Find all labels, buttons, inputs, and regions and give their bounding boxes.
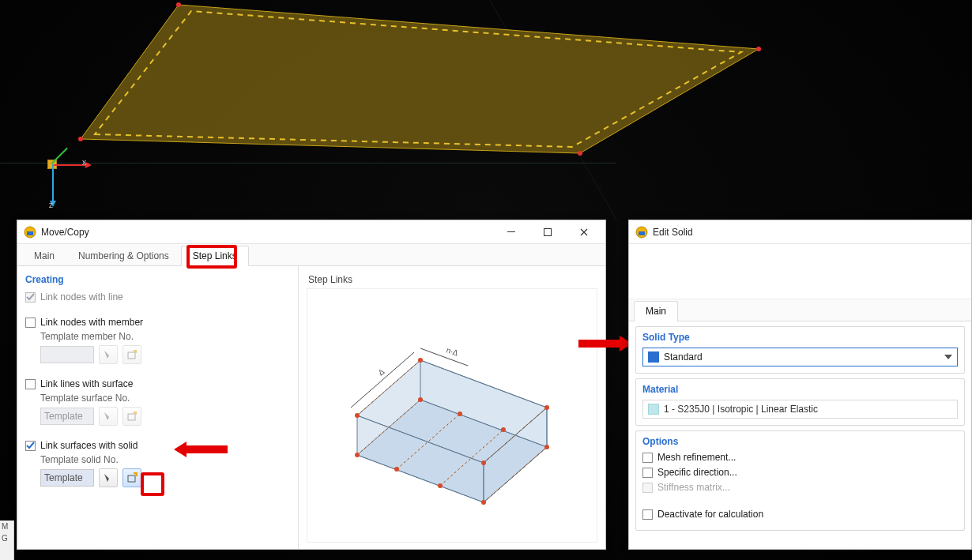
tab-numbering-options[interactable]: Numbering & Options (66, 246, 181, 266)
titlebar[interactable]: Move/Copy (17, 220, 605, 244)
label-template-member-no: Template member No. (40, 331, 290, 342)
material-dropdown[interactable]: 1 - S235J0 | Isotropic | Linear Elastic (642, 400, 958, 419)
new-surface-button (122, 407, 141, 426)
label-mesh-refinement: Mesh refinement... (657, 452, 736, 463)
svg-point-21 (544, 445, 549, 449)
preview-panel: Step Links (299, 266, 605, 549)
svg-marker-0 (81, 5, 759, 153)
preview-title: Step Links (308, 274, 597, 285)
material-color-swatch (648, 404, 659, 415)
tab-step-links[interactable]: Step Links (181, 246, 249, 266)
maximize-button[interactable] (529, 221, 566, 243)
chevron-down-icon (944, 355, 952, 359)
edit-solid-dialog: Edit Solid Main Solid Type Standard Mate… (628, 220, 972, 550)
template-surface-no-input (40, 408, 94, 425)
svg-rect-8 (507, 231, 515, 232)
app-icon (635, 226, 648, 239)
solid-type-section: Solid Type Standard (635, 326, 965, 374)
app-icon (24, 226, 36, 239)
dialog-title: Edit Solid (653, 227, 968, 238)
tabstrip: Main (629, 299, 971, 321)
svg-rect-9 (544, 228, 552, 235)
pick-surface-button (99, 407, 118, 426)
checkbox-specific-direction[interactable] (642, 468, 653, 478)
svg-point-19 (355, 453, 360, 457)
label-deactivate-calc: Deactivate for calculation (657, 509, 763, 520)
preview-solid-graphic: Δ n·Δ (326, 313, 578, 518)
svg-point-24 (481, 460, 486, 465)
svg-point-20 (481, 500, 486, 505)
svg-rect-12 (128, 475, 135, 482)
axis-y (51, 148, 68, 164)
svg-point-13 (135, 473, 137, 475)
checkbox-mesh-refinement[interactable] (642, 453, 653, 463)
label-link-nodes-line: Link nodes with line (40, 291, 123, 303)
checkbox-link-surfaces-solid[interactable] (25, 441, 36, 451)
svg-point-22 (418, 397, 423, 402)
axis-x-label: x (82, 158, 86, 167)
svg-point-23 (355, 413, 360, 418)
solid-type-dropdown[interactable]: Standard (642, 348, 958, 366)
label-link-nodes-member: Link nodes with member (40, 317, 143, 328)
creating-panel: Creating Link nodes with line Link nodes… (17, 266, 299, 549)
tab-main[interactable]: Main (634, 301, 678, 321)
cropped-side-panel: MG (0, 521, 14, 560)
template-solid-no-input[interactable] (40, 469, 94, 487)
svg-point-26 (418, 358, 423, 363)
checkbox-stiffness-matrix (642, 483, 653, 493)
svg-point-28 (438, 483, 443, 488)
svg-text:n·Δ: n·Δ (445, 345, 459, 357)
material-heading: Material (642, 384, 958, 395)
options-section: Options Mesh refinement... Specific dire… (635, 430, 965, 531)
viewport-3d[interactable]: x z Move/Copy Main Numbering & Options S… (0, 0, 972, 560)
tabstrip: Main Numbering & Options Step Links (17, 244, 605, 266)
svg-rect-11 (128, 414, 135, 420)
checkbox-link-nodes-line (25, 292, 36, 303)
selected-surface[interactable] (63, 0, 790, 205)
dialog-title: Move/Copy (41, 227, 493, 238)
label-template-solid-no: Template solid No. (40, 454, 290, 465)
svg-rect-10 (128, 352, 135, 359)
template-member-no-input (40, 346, 94, 363)
label-stiffness-matrix: Stiffness matrix... (657, 482, 730, 493)
solid-type-color-swatch (648, 351, 659, 363)
svg-rect-36 (639, 231, 645, 235)
new-solid-button[interactable] (122, 468, 141, 487)
new-member-button (122, 345, 141, 364)
svg-rect-7 (27, 231, 33, 235)
label-link-surfaces-solid: Link surfaces with solid (40, 440, 138, 451)
minimize-button[interactable] (493, 221, 529, 243)
label-template-surface-no: Template surface No. (40, 393, 290, 404)
preview-canvas: Δ n·Δ (307, 288, 597, 543)
svg-point-25 (544, 405, 549, 410)
creating-heading: Creating (25, 274, 290, 285)
svg-point-27 (394, 467, 399, 472)
material-section: Material 1 - S235J0 | Isotropic | Linear… (635, 378, 965, 426)
tab-main[interactable]: Main (22, 246, 66, 266)
svg-point-4 (756, 47, 761, 51)
axis-z (52, 164, 54, 202)
titlebar[interactable]: Edit Solid (629, 220, 971, 244)
pick-member-button (99, 345, 118, 364)
solid-type-value: Standard (664, 351, 940, 363)
move-copy-dialog: Move/Copy Main Numbering & Options Step … (17, 220, 606, 550)
label-link-lines-surface: Link lines with surface (40, 378, 133, 389)
pick-solid-button[interactable] (99, 468, 118, 487)
close-button[interactable] (566, 221, 602, 243)
axis-z-label: z (49, 201, 53, 209)
svg-point-29 (458, 412, 462, 416)
axis-triad[interactable]: x z (33, 156, 89, 212)
svg-text:Δ: Δ (376, 367, 386, 378)
solid-type-heading: Solid Type (642, 332, 958, 343)
checkbox-deactivate-calc[interactable] (642, 509, 653, 520)
svg-point-5 (176, 2, 181, 7)
material-value: 1 - S235J0 | Isotropic | Linear Elastic (664, 404, 818, 415)
svg-point-2 (78, 137, 83, 141)
options-heading: Options (642, 436, 958, 447)
label-specific-direction: Specific direction... (657, 467, 737, 478)
checkbox-link-nodes-member[interactable] (25, 318, 36, 328)
checkbox-link-lines-surface[interactable] (25, 379, 36, 389)
svg-point-3 (578, 151, 582, 156)
svg-point-30 (501, 427, 506, 432)
